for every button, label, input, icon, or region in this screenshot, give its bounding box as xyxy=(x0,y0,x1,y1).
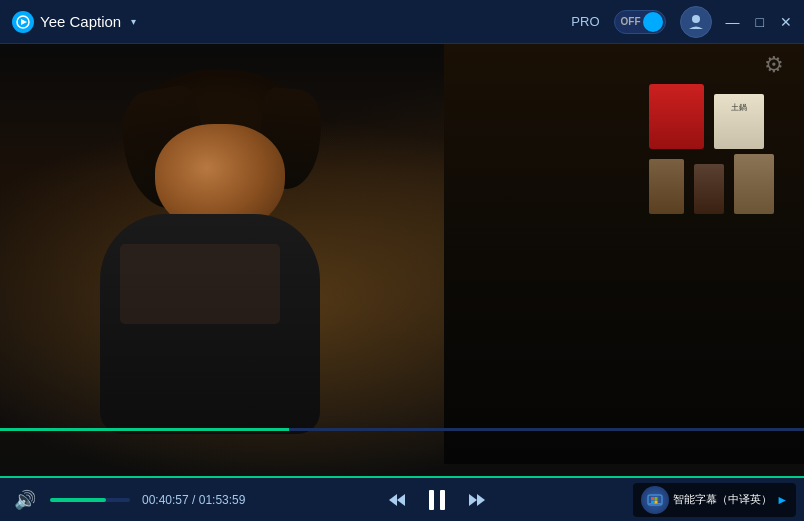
shelf-item-red xyxy=(649,84,704,149)
controls-bar: 🔊 00:40:57 / 01:53:59 xyxy=(0,476,804,521)
close-button[interactable]: ✕ xyxy=(780,15,792,29)
title-bar-right: PRO OFF — □ ✕ xyxy=(571,6,792,38)
subtitle-badge-icon xyxy=(641,486,669,514)
svg-rect-12 xyxy=(655,497,658,500)
toggle-label: OFF xyxy=(621,16,641,27)
person-body xyxy=(100,214,320,434)
window-controls: — □ ✕ xyxy=(726,15,792,29)
svg-point-2 xyxy=(692,15,700,23)
video-area[interactable]: ⚙ xyxy=(0,44,804,476)
subtitle-arrow: ► xyxy=(776,493,788,507)
pro-toggle[interactable]: OFF xyxy=(614,10,666,34)
subtitle-badge-text: 智能字幕（中译英） xyxy=(673,492,772,507)
app-icon xyxy=(12,11,34,33)
person-silhouette xyxy=(80,54,400,454)
svg-marker-4 xyxy=(397,494,405,506)
shelf xyxy=(484,84,784,284)
time-display: 00:40:57 / 01:53:59 xyxy=(142,493,245,507)
svg-marker-3 xyxy=(389,494,397,506)
rewind-button[interactable] xyxy=(381,488,413,512)
svg-marker-1 xyxy=(21,19,27,25)
svg-rect-13 xyxy=(651,500,654,503)
title-bar: Yee Caption ▾ PRO OFF — □ ✕ xyxy=(0,0,804,44)
svg-rect-5 xyxy=(429,490,434,510)
shelf-item-white xyxy=(714,94,764,149)
play-pause-button[interactable] xyxy=(421,485,453,515)
pro-label: PRO xyxy=(571,14,599,29)
avatar-button[interactable] xyxy=(680,6,712,38)
svg-rect-6 xyxy=(440,490,445,510)
shelf-item-brown xyxy=(734,154,774,214)
watermark: ⚙ xyxy=(764,52,796,84)
shelf-item-medium xyxy=(649,159,684,214)
progress-container[interactable] xyxy=(0,428,804,431)
svg-rect-14 xyxy=(655,500,658,503)
progress-fill xyxy=(0,428,289,431)
kitchen-background xyxy=(444,44,804,464)
minimize-button[interactable]: — xyxy=(726,15,740,29)
dropdown-arrow[interactable]: ▾ xyxy=(131,16,136,27)
forward-button[interactable] xyxy=(461,488,493,512)
svg-rect-11 xyxy=(651,497,654,500)
toggle-thumb xyxy=(643,12,663,32)
volume-slider[interactable] xyxy=(50,498,130,502)
maximize-button[interactable]: □ xyxy=(756,15,764,29)
svg-marker-7 xyxy=(469,494,477,506)
video-scene: ⚙ xyxy=(0,44,804,476)
subtitle-badge[interactable]: 智能字幕（中译英） ► xyxy=(633,483,796,517)
volume-icon[interactable]: 🔊 xyxy=(8,485,42,515)
volume-fill xyxy=(50,498,106,502)
app-title: Yee Caption xyxy=(40,13,121,30)
shelf-item-dark xyxy=(694,164,724,214)
app-logo: Yee Caption ▾ xyxy=(12,11,136,33)
svg-marker-8 xyxy=(477,494,485,506)
video-frame: ⚙ xyxy=(0,44,804,476)
